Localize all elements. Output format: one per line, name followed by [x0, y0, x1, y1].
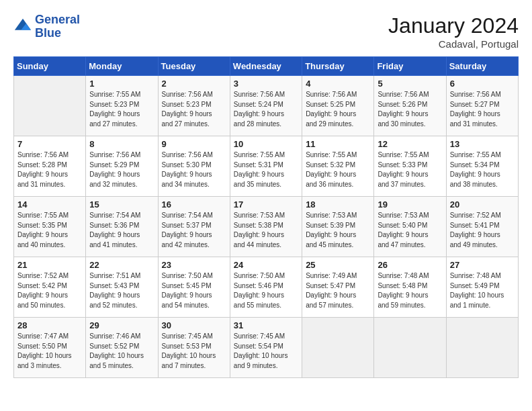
calendar-cell	[14, 76, 86, 136]
day-info: Sunrise: 7:48 AM Sunset: 5:49 PM Dayligh…	[450, 271, 515, 310]
day-info: Sunrise: 7:56 AM Sunset: 5:23 PM Dayligh…	[162, 90, 226, 129]
location: Cadaval, Portugal	[388, 38, 519, 50]
day-info: Sunrise: 7:56 AM Sunset: 5:30 PM Dayligh…	[162, 150, 226, 189]
day-info: Sunrise: 7:45 AM Sunset: 5:54 PM Dayligh…	[234, 332, 298, 371]
day-info: Sunrise: 7:56 AM Sunset: 5:29 PM Dayligh…	[89, 150, 154, 189]
day-number: 8	[89, 139, 154, 149]
calendar-cell	[374, 318, 446, 378]
day-info: Sunrise: 7:51 AM Sunset: 5:43 PM Dayligh…	[89, 271, 154, 310]
day-number: 5	[378, 79, 442, 89]
day-number: 11	[306, 139, 370, 149]
calendar-cell	[302, 318, 374, 378]
day-info: Sunrise: 7:45 AM Sunset: 5:53 PM Dayligh…	[162, 332, 226, 371]
calendar-cell: 3Sunrise: 7:56 AM Sunset: 5:24 PM Daylig…	[230, 76, 302, 136]
day-info: Sunrise: 7:53 AM Sunset: 5:40 PM Dayligh…	[378, 211, 442, 250]
day-info: Sunrise: 7:53 AM Sunset: 5:38 PM Dayligh…	[234, 211, 298, 250]
day-number: 14	[17, 199, 82, 210]
calendar-cell: 10Sunrise: 7:55 AM Sunset: 5:31 PM Dayli…	[230, 136, 302, 197]
calendar-cell: 11Sunrise: 7:55 AM Sunset: 5:32 PM Dayli…	[302, 136, 374, 197]
calendar-cell: 12Sunrise: 7:55 AM Sunset: 5:33 PM Dayli…	[374, 136, 446, 197]
calendar-cell: 24Sunrise: 7:50 AM Sunset: 5:46 PM Dayli…	[230, 257, 302, 318]
calendar-cell: 13Sunrise: 7:55 AM Sunset: 5:34 PM Dayli…	[446, 136, 518, 197]
weekday-header-monday: Monday	[86, 57, 158, 76]
day-number: 16	[162, 199, 226, 210]
week-row-3: 14Sunrise: 7:55 AM Sunset: 5:35 PM Dayli…	[14, 197, 519, 257]
calendar-cell: 18Sunrise: 7:53 AM Sunset: 5:39 PM Dayli…	[302, 197, 374, 257]
weekday-header-sunday: Sunday	[14, 57, 86, 76]
day-info: Sunrise: 7:54 AM Sunset: 5:36 PM Dayligh…	[89, 211, 154, 250]
calendar-cell: 9Sunrise: 7:56 AM Sunset: 5:30 PM Daylig…	[158, 136, 230, 197]
title-block: January 2024 Cadaval, Portugal	[388, 13, 519, 50]
day-info: Sunrise: 7:56 AM Sunset: 5:25 PM Dayligh…	[306, 90, 370, 129]
day-number: 22	[89, 260, 154, 270]
calendar-cell: 27Sunrise: 7:48 AM Sunset: 5:49 PM Dayli…	[446, 257, 518, 318]
day-number: 10	[234, 139, 298, 149]
day-info: Sunrise: 7:55 AM Sunset: 5:32 PM Dayligh…	[306, 150, 370, 189]
weekday-header-wednesday: Wednesday	[230, 57, 302, 76]
day-info: Sunrise: 7:47 AM Sunset: 5:50 PM Dayligh…	[17, 332, 82, 371]
day-info: Sunrise: 7:50 AM Sunset: 5:45 PM Dayligh…	[162, 271, 226, 310]
day-number: 21	[17, 260, 82, 270]
month-title: January 2024	[388, 13, 519, 38]
day-number: 28	[17, 320, 82, 330]
day-number: 18	[306, 199, 370, 210]
week-row-5: 28Sunrise: 7:47 AM Sunset: 5:50 PM Dayli…	[14, 318, 519, 378]
calendar-cell: 19Sunrise: 7:53 AM Sunset: 5:40 PM Dayli…	[374, 197, 446, 257]
day-info: Sunrise: 7:49 AM Sunset: 5:47 PM Dayligh…	[306, 271, 370, 310]
weekday-header-thursday: Thursday	[302, 57, 374, 76]
day-number: 9	[162, 139, 226, 149]
day-info: Sunrise: 7:48 AM Sunset: 5:48 PM Dayligh…	[378, 271, 442, 310]
day-number: 15	[89, 199, 154, 210]
day-number: 17	[234, 199, 298, 210]
calendar-cell: 31Sunrise: 7:45 AM Sunset: 5:54 PM Dayli…	[230, 318, 302, 378]
day-info: Sunrise: 7:55 AM Sunset: 5:31 PM Dayligh…	[234, 150, 298, 189]
week-row-2: 7Sunrise: 7:56 AM Sunset: 5:28 PM Daylig…	[14, 136, 519, 197]
day-number: 27	[450, 260, 515, 270]
calendar-cell: 4Sunrise: 7:56 AM Sunset: 5:25 PM Daylig…	[302, 76, 374, 136]
day-info: Sunrise: 7:50 AM Sunset: 5:46 PM Dayligh…	[234, 271, 298, 310]
day-number: 12	[378, 139, 442, 149]
calendar-cell: 15Sunrise: 7:54 AM Sunset: 5:36 PM Dayli…	[86, 197, 158, 257]
day-info: Sunrise: 7:56 AM Sunset: 5:27 PM Dayligh…	[450, 90, 515, 129]
logo-icon	[13, 17, 32, 36]
weekday-header-friday: Friday	[374, 57, 446, 76]
calendar-cell: 1Sunrise: 7:55 AM Sunset: 5:23 PM Daylig…	[86, 76, 158, 136]
calendar-cell: 23Sunrise: 7:50 AM Sunset: 5:45 PM Dayli…	[158, 257, 230, 318]
page-header: GeneralBlue January 2024 Cadaval, Portug…	[13, 13, 519, 50]
day-info: Sunrise: 7:54 AM Sunset: 5:37 PM Dayligh…	[162, 211, 226, 250]
calendar-cell: 14Sunrise: 7:55 AM Sunset: 5:35 PM Dayli…	[14, 197, 86, 257]
day-number: 3	[234, 79, 298, 89]
calendar-table: SundayMondayTuesdayWednesdayThursdayFrid…	[13, 56, 519, 378]
day-number: 24	[234, 260, 298, 270]
day-number: 4	[306, 79, 370, 89]
logo: GeneralBlue	[13, 13, 80, 40]
day-info: Sunrise: 7:56 AM Sunset: 5:28 PM Dayligh…	[17, 150, 82, 189]
day-number: 26	[378, 260, 442, 270]
day-info: Sunrise: 7:55 AM Sunset: 5:23 PM Dayligh…	[89, 90, 154, 129]
day-number: 1	[89, 79, 154, 89]
day-number: 19	[378, 199, 442, 210]
calendar-cell: 2Sunrise: 7:56 AM Sunset: 5:23 PM Daylig…	[158, 76, 230, 136]
calendar-cell: 17Sunrise: 7:53 AM Sunset: 5:38 PM Dayli…	[230, 197, 302, 257]
calendar-cell: 6Sunrise: 7:56 AM Sunset: 5:27 PM Daylig…	[446, 76, 518, 136]
day-info: Sunrise: 7:55 AM Sunset: 5:35 PM Dayligh…	[17, 211, 82, 250]
calendar-cell: 30Sunrise: 7:45 AM Sunset: 5:53 PM Dayli…	[158, 318, 230, 378]
calendar-cell: 28Sunrise: 7:47 AM Sunset: 5:50 PM Dayli…	[14, 318, 86, 378]
day-number: 7	[17, 139, 82, 149]
calendar-cell: 20Sunrise: 7:52 AM Sunset: 5:41 PM Dayli…	[446, 197, 518, 257]
calendar-cell: 7Sunrise: 7:56 AM Sunset: 5:28 PM Daylig…	[14, 136, 86, 197]
day-info: Sunrise: 7:55 AM Sunset: 5:33 PM Dayligh…	[378, 150, 442, 189]
calendar-cell: 8Sunrise: 7:56 AM Sunset: 5:29 PM Daylig…	[86, 136, 158, 197]
day-number: 23	[162, 260, 226, 270]
day-info: Sunrise: 7:55 AM Sunset: 5:34 PM Dayligh…	[450, 150, 515, 189]
day-info: Sunrise: 7:56 AM Sunset: 5:26 PM Dayligh…	[378, 90, 442, 129]
day-number: 31	[234, 320, 298, 330]
day-number: 29	[89, 320, 154, 330]
weekday-header-row: SundayMondayTuesdayWednesdayThursdayFrid…	[14, 57, 519, 76]
day-info: Sunrise: 7:52 AM Sunset: 5:41 PM Dayligh…	[450, 211, 515, 250]
calendar-cell	[446, 318, 518, 378]
day-number: 20	[450, 199, 515, 210]
day-number: 30	[162, 320, 226, 330]
calendar-cell: 26Sunrise: 7:48 AM Sunset: 5:48 PM Dayli…	[374, 257, 446, 318]
day-info: Sunrise: 7:52 AM Sunset: 5:42 PM Dayligh…	[17, 271, 82, 310]
